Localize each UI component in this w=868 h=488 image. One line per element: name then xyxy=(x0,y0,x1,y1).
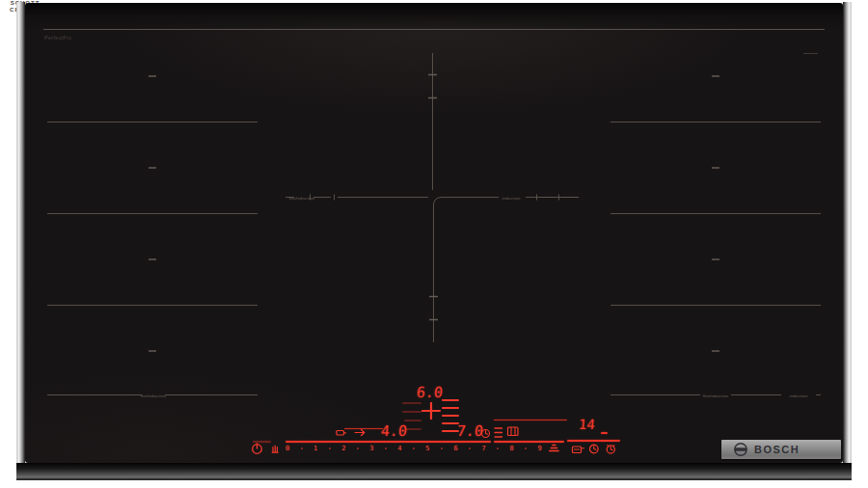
bosch-logo-band: BOSCH xyxy=(721,440,841,459)
level-stack-icon[interactable] xyxy=(442,398,460,436)
scale-dot xyxy=(413,447,415,449)
move-pan-icon[interactable] xyxy=(336,428,346,437)
frame-trim-right xyxy=(843,2,852,480)
scale-dot xyxy=(441,447,443,449)
scale-dot xyxy=(525,447,527,449)
power-level-0[interactable]: 0 xyxy=(285,445,289,453)
timer-display: 14 xyxy=(578,417,595,432)
product-photo-bosch-cooktop: flexInduction flexInduction induction fl… xyxy=(0,0,868,488)
power-level-7[interactable]: 7 xyxy=(481,445,485,453)
frame-trim-bottom xyxy=(16,463,852,480)
power-icon[interactable] xyxy=(251,443,263,454)
levels-icon[interactable] xyxy=(494,426,503,439)
power-level-3[interactable]: 3 xyxy=(369,445,373,453)
plus-cross-icon[interactable] xyxy=(421,402,441,420)
scale-dot xyxy=(329,447,331,449)
scale-dot xyxy=(469,447,471,449)
slider-track-right xyxy=(567,440,620,442)
power-level-1[interactable]: 1 xyxy=(313,445,317,453)
frame-trim-left xyxy=(16,2,25,480)
indicator-line-left xyxy=(344,428,383,430)
power-level-2[interactable]: 2 xyxy=(341,445,345,453)
scale-dot xyxy=(301,447,303,449)
perfectfry-print: PerfectFry xyxy=(44,35,71,41)
bosch-logo-text: BOSCH xyxy=(754,444,800,455)
schott-underline xyxy=(803,53,818,54)
scale-dot xyxy=(385,447,387,449)
pan-grid-icon[interactable] xyxy=(506,425,520,438)
power-level-8[interactable]: 8 xyxy=(510,445,514,453)
indicator-line-mid xyxy=(494,420,567,421)
power-level-9[interactable]: 9 xyxy=(538,445,542,453)
transfer-arrow-icon[interactable] xyxy=(354,428,366,437)
power-level-scale[interactable]: 0123456789 xyxy=(285,444,542,453)
timer-minute-dash xyxy=(601,432,608,434)
boost-icon[interactable] xyxy=(548,443,560,453)
pan-icon[interactable] xyxy=(571,444,585,454)
alarm-timer-icon[interactable] xyxy=(605,444,617,454)
power-level-6[interactable]: 6 xyxy=(453,445,457,453)
wipe-protection-icon[interactable] xyxy=(269,443,282,454)
scale-dot xyxy=(497,447,499,449)
level-stack-dim-icon xyxy=(402,401,422,436)
power-level-5[interactable]: 5 xyxy=(425,445,429,453)
clock-icon[interactable] xyxy=(588,444,600,454)
timer-clock-icon[interactable] xyxy=(480,428,491,439)
scale-dot xyxy=(357,447,359,449)
bosch-symbol-icon xyxy=(733,442,748,457)
power-level-4[interactable]: 4 xyxy=(397,445,401,453)
main-zone-display: 6.0 xyxy=(416,384,444,401)
